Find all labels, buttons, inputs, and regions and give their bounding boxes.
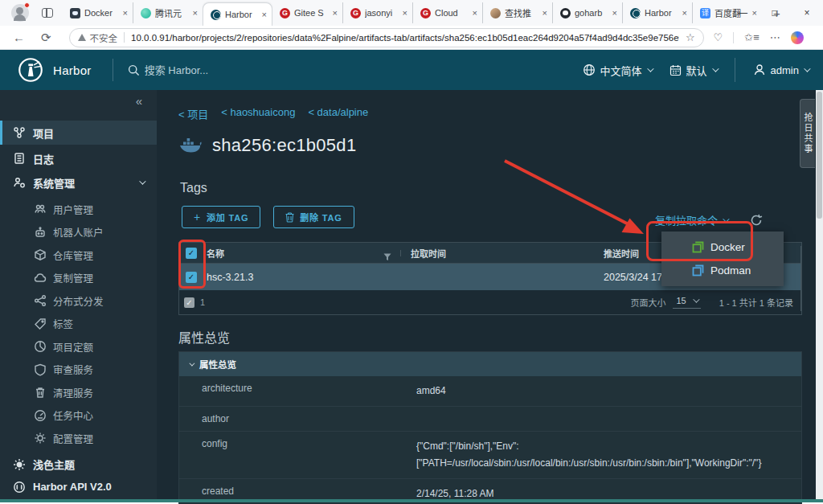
url-field[interactable]: 不安全 10.0.0.91/harbor/projects/2/reposito… bbox=[69, 28, 704, 47]
overview-panel-header[interactable]: 属性总览 bbox=[179, 352, 801, 376]
shield-icon bbox=[34, 363, 47, 376]
sidebar-item-registries[interactable]: 仓库管理 bbox=[0, 244, 157, 267]
browser-profile-icon[interactable] bbox=[11, 4, 29, 22]
browser-tab-harbor-active[interactable]: Harbor× bbox=[203, 2, 272, 26]
delete-tag-label: 删除 TAG bbox=[300, 211, 342, 223]
sidebar-item-users[interactable]: 用户管理 bbox=[0, 198, 157, 221]
sidebar-item-distribution[interactable]: 分布式分发 bbox=[0, 289, 157, 313]
profile-body bbox=[14, 14, 26, 21]
docker-whale-icon bbox=[178, 137, 203, 154]
sidebar-item-robot-accounts[interactable]: 机器人账户 bbox=[0, 221, 157, 244]
tab-actions-icon[interactable] bbox=[42, 8, 53, 18]
delete-tag-button[interactable]: 删除 TAG bbox=[273, 206, 354, 228]
tab-close-icon[interactable]: × bbox=[403, 8, 407, 18]
breadcrumb-project-name[interactable]: < haoshuaicong bbox=[221, 106, 295, 121]
replication-cloud-icon bbox=[34, 272, 47, 285]
flavor-selector[interactable]: 默认 bbox=[669, 63, 717, 78]
browser-tab-goharbor[interactable]: goharb× bbox=[552, 2, 622, 23]
chevron-down-icon bbox=[647, 65, 653, 72]
sidebar-item-job-center[interactable]: 任务中心 bbox=[0, 404, 157, 428]
tab-close-icon[interactable]: × bbox=[193, 8, 198, 18]
browser-tab-tencent[interactable]: 腾讯元× bbox=[133, 2, 203, 23]
filter-icon[interactable] bbox=[383, 253, 391, 261]
tab-label: Docker bbox=[84, 8, 119, 18]
property-key: config bbox=[179, 432, 416, 478]
language-selector[interactable]: 中文简体 bbox=[583, 63, 652, 78]
harbor-favicon bbox=[211, 10, 221, 20]
gitee-favicon: G bbox=[350, 8, 361, 18]
add-tag-button[interactable]: + 添加 TAG bbox=[182, 206, 260, 228]
menu-item-podman[interactable]: Podman bbox=[661, 259, 784, 282]
browser-tab-docker[interactable]: Docker× bbox=[63, 2, 133, 23]
tab-close-icon[interactable]: × bbox=[123, 8, 128, 18]
sidebar-item-labels[interactable]: 标签 bbox=[0, 313, 157, 336]
browser-tab-jasonyi[interactable]: Gjasonyi× bbox=[342, 2, 412, 23]
global-search[interactable] bbox=[128, 64, 583, 76]
reload-icon[interactable]: ⟳ bbox=[41, 31, 51, 45]
sidebar-item-light-theme[interactable]: 浅色主题 bbox=[0, 453, 157, 476]
minimize-button[interactable]: — bbox=[727, 0, 759, 26]
property-row: architectureamd64 bbox=[179, 376, 801, 407]
more-menu-icon[interactable]: ⋯ bbox=[770, 31, 780, 43]
sidebar-item-projects[interactable]: 项目 bbox=[0, 121, 157, 145]
user-menu[interactable]: admin bbox=[753, 64, 809, 76]
security-label: 不安全 bbox=[90, 31, 118, 44]
sidebar-item-quotas[interactable]: 项目定额 bbox=[0, 335, 157, 359]
back-icon[interactable]: ← bbox=[13, 31, 25, 44]
search-input[interactable] bbox=[145, 64, 386, 76]
tab-label: Harbor bbox=[645, 8, 678, 18]
tab-close-icon[interactable]: × bbox=[612, 8, 617, 18]
property-row: author bbox=[179, 407, 801, 432]
tab-close-icon[interactable]: × bbox=[333, 8, 338, 18]
scrollbar-thumb[interactable] bbox=[817, 92, 822, 219]
sidebar-item-replications[interactable]: 复制管理 bbox=[0, 267, 157, 290]
browser-essentials-icon[interactable]: ♡ bbox=[714, 31, 723, 43]
page-size-select[interactable]: 15 bbox=[673, 296, 700, 309]
sidebar-collapse-icon[interactable]: « bbox=[136, 94, 142, 108]
favorites-bar-icon[interactable]: ✩≡ bbox=[744, 31, 759, 43]
annotation-box-docker-option bbox=[646, 221, 753, 261]
harbor-logo-icon bbox=[18, 57, 43, 83]
page-size-value: 15 bbox=[676, 296, 686, 305]
copilot-icon[interactable] bbox=[791, 31, 804, 44]
side-vertical-tab[interactable]: 抢日共事 bbox=[800, 99, 815, 168]
sidebar-item-configuration[interactable]: 配置管理 bbox=[0, 427, 157, 450]
tab-close-icon[interactable]: × bbox=[682, 8, 687, 18]
breadcrumb-repository[interactable]: < data/alpine bbox=[308, 106, 368, 121]
tab-close-icon[interactable]: × bbox=[473, 8, 477, 18]
breadcrumb: < 项目 < haoshuaicong < data/alpine bbox=[178, 106, 368, 121]
sidebar-item-gc[interactable]: 清理服务 bbox=[0, 381, 157, 404]
sidebar-item-logs[interactable]: 日志 bbox=[0, 146, 157, 170]
url-text[interactable]: 10.0.0.91/harbor/projects/2/repositories… bbox=[131, 33, 679, 43]
gitee-favicon: G bbox=[280, 8, 290, 18]
registry-cube-icon bbox=[34, 248, 47, 261]
robot-icon bbox=[34, 226, 47, 239]
page-scrollbar[interactable] bbox=[816, 90, 823, 499]
browser-tab-search[interactable]: 查找推× bbox=[482, 2, 552, 23]
close-button[interactable]: × bbox=[791, 0, 823, 26]
browser-tab-harbor2[interactable]: Harbor× bbox=[622, 2, 692, 23]
browser-tab-gitee[interactable]: GGitee S× bbox=[272, 2, 342, 23]
artifact-title-row: sha256:ec1b05d1 bbox=[178, 135, 356, 156]
browser-tabs: Docker× 腾讯元× Harbor× GGitee S× Gjasonyi×… bbox=[63, 0, 762, 26]
page-size-label: 页面大小 bbox=[630, 296, 665, 309]
artifact-digest-title: sha256:ec1b05d1 bbox=[212, 135, 356, 156]
sidebar-item-interrogation[interactable]: 审查服务 bbox=[0, 359, 157, 382]
browser-tab-cloud[interactable]: GCloud× bbox=[412, 2, 482, 23]
screen: Docker× 腾讯元× Harbor× GGitee S× Gjasonyi×… bbox=[0, 0, 823, 504]
sidebar-item-administration[interactable]: 系统管理 bbox=[0, 170, 157, 195]
sidebar-item-label: 系统管理 bbox=[33, 175, 75, 191]
docker-favicon bbox=[70, 8, 80, 18]
users-icon bbox=[34, 203, 47, 215]
tab-close-icon[interactable]: × bbox=[543, 8, 547, 18]
property-key: architecture bbox=[179, 376, 416, 406]
favorite-star-icon[interactable]: ☆ bbox=[686, 31, 695, 43]
breadcrumb-projects[interactable]: < 项目 bbox=[178, 106, 208, 121]
maximize-button[interactable]: □ bbox=[759, 0, 791, 26]
tab-close-icon[interactable]: × bbox=[262, 10, 267, 19]
sidebar-item-harbor-api[interactable]: Harbor API V2.0 bbox=[0, 476, 157, 498]
username-label: admin bbox=[771, 64, 799, 76]
tags-section-heading: Tags bbox=[180, 181, 207, 195]
config-line-2: ["PATH=/usr/local/sbin:/usr/local/bin:/u… bbox=[416, 455, 793, 472]
sun-icon bbox=[13, 458, 26, 471]
